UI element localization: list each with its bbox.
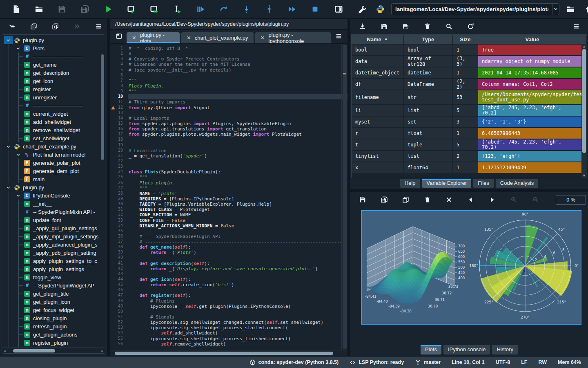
- scroll-up-arrow-icon[interactable]: ▲: [583, 45, 585, 48]
- outline-item-plot-final-terrain-model[interactable]: %Plot final terrain model: [4, 150, 99, 159]
- outline-item-toggle_view[interactable]: mtoggle_view: [4, 273, 99, 281]
- debug-file-button[interactable]: [194, 3, 207, 15]
- scroll-left-arrow-icon[interactable]: ◂: [4, 349, 6, 353]
- outline-item-chart_plot_example-py[interactable]: chart_plot_example.py: [4, 142, 99, 150]
- new-file-button[interactable]: [10, 3, 22, 15]
- chevron-down-icon[interactable]: [552, 4, 559, 15]
- variable-row-datetime_object[interactable]: datetime_objectdatetime12021-04-14 17:35…: [352, 67, 587, 78]
- dock-tab-plots[interactable]: Plots: [421, 345, 441, 355]
- outline-item-get_focus_widget[interactable]: mget_focus_widget: [4, 306, 99, 314]
- debug-stop-button[interactable]: [309, 3, 321, 15]
- close-tab-icon[interactable]: ✕: [261, 35, 265, 41]
- import-data-button[interactable]: [356, 20, 368, 33]
- remove-all-variables-button[interactable]: [421, 20, 433, 33]
- outline-item-register_plugin[interactable]: mregister_plugin: [4, 339, 99, 347]
- outline-item-unregister[interactable]: munregister: [4, 93, 99, 101]
- dock-tab-files[interactable]: Files: [473, 179, 493, 188]
- outline-item-add_shellwidget[interactable]: madd_shellwidget: [4, 118, 99, 126]
- parent-directory-button[interactable]: [581, 3, 588, 15]
- outline-item-generate_dem_plot[interactable]: Fgenerate_dem_plot: [4, 167, 99, 175]
- scrollbar-thumb[interactable]: [582, 49, 586, 153]
- editor-options-menu-button[interactable]: [332, 30, 345, 42]
- status-master[interactable]: master: [415, 359, 441, 366]
- remove-all-plots-button[interactable]: [443, 194, 455, 206]
- browse-working-directory-button[interactable]: [564, 3, 577, 15]
- outline-item-apply_plugin_settings[interactable]: mapply_plugin_settings: [4, 265, 99, 273]
- scroll-right-arrow-icon[interactable]: ▸: [101, 349, 103, 353]
- run-selection-button[interactable]: [171, 3, 183, 15]
- variable-row-bool[interactable]: boolbool1True: [352, 44, 587, 55]
- dock-tab-history[interactable]: History: [492, 345, 517, 355]
- run-cell-advance-button[interactable]: [148, 3, 160, 15]
- scrollbar-thumb[interactable]: [13, 349, 55, 352]
- run-file-button[interactable]: [102, 3, 114, 15]
- status-rw[interactable]: RW: [538, 359, 547, 365]
- chevron-expanded-icon[interactable]: [13, 150, 23, 159]
- outline-item-plugin-py[interactable]: plugin.py: [4, 183, 99, 191]
- run-cell-button[interactable]: [125, 3, 137, 15]
- outline-item-plugin-py[interactable]: plugin.py: [4, 36, 99, 44]
- outline-item-__init__[interactable]: m__init__: [4, 200, 99, 208]
- outline-item-get_description[interactable]: mget_description: [4, 69, 99, 77]
- chevron-expanded-icon[interactable]: [13, 44, 23, 52]
- next-plot-button[interactable]: [486, 194, 498, 206]
- save-data-button[interactable]: [378, 20, 390, 33]
- outline-item-closing_plugin[interactable]: mclosing_plugin: [4, 314, 99, 322]
- open-file-button[interactable]: [33, 3, 45, 15]
- close-tab-icon[interactable]: ✕: [187, 35, 191, 41]
- outline-vertical-scrollbar[interactable]: [100, 36, 105, 347]
- outline-item-ipythonconsole[interactable]: CIPythonConsole: [4, 191, 99, 200]
- copy-plot-button[interactable]: [399, 194, 412, 206]
- outline-item-set_shellwidget[interactable]: mset_shellwidget: [4, 134, 99, 142]
- variable-row-myset[interactable]: mysetset3{'2', '1', '3'}: [352, 116, 587, 127]
- outline-item-register[interactable]: mregister: [4, 85, 99, 93]
- outline-item-get_plugin_actions[interactable]: mget_plugin_actions: [4, 330, 99, 339]
- outline-item-get_name[interactable]: mget_name: [4, 61, 99, 69]
- maximize-pane-button[interactable]: [332, 3, 345, 15]
- outline-item--spyderpluginwidget-ap[interactable]: #-- SpyderPluginWidget AP: [4, 281, 99, 289]
- step-return-button[interactable]: [263, 3, 275, 15]
- variable-row-filename[interactable]: filenamestr53/Users/Documents/spyder/spy…: [352, 90, 587, 104]
- variable-row-li[interactable]: lilist5['abcd', 745, 2.23, 'efgh', 70.2]: [352, 104, 587, 116]
- expand-all-button[interactable]: [49, 20, 61, 33]
- outline-item-get_icon[interactable]: mget_icon: [4, 77, 99, 85]
- outline-item-_apply_gui_plugin_settings[interactable]: m_apply_gui_plugin_settings: [4, 224, 99, 232]
- outline-options-menu-button[interactable]: [92, 20, 105, 33]
- step-into-button[interactable]: [240, 3, 252, 15]
- column-header-value[interactable]: Value: [478, 35, 587, 44]
- variable-row-t[interactable]: ttuple5('abcd', 745, 2.23, 'efgh', 70.2): [352, 139, 587, 150]
- column-header-type[interactable]: Type: [404, 35, 453, 44]
- scroll-down-arrow-icon[interactable]: ▼: [583, 174, 585, 177]
- status-line-10-col-1[interactable]: Line 10, Col 1: [452, 359, 485, 365]
- preferences-button[interactable]: [356, 3, 368, 15]
- plot-figure[interactable]: 70065060055050045040036.7336.7236.7136.7…: [361, 210, 581, 325]
- outline-item-apply_plugin_settings_to_c[interactable]: mapply_plugin_settings_to_c: [4, 257, 99, 265]
- dock-tab-variable-explorer[interactable]: Variable Explorer: [422, 179, 472, 188]
- outline-item-main[interactable]: Fmain: [4, 175, 99, 183]
- collapse-all-button[interactable]: [27, 20, 40, 33]
- code-editor[interactable]: 1# -*- coding: utf-8 -*-2#3# Copyright ©…: [110, 43, 347, 350]
- editor-tab[interactable]: ✕chart_plot_example.py: [181, 32, 254, 43]
- outline-item--[interactable]: #----------------------------: [4, 101, 99, 110]
- save-all-plots-button[interactable]: [378, 194, 390, 206]
- status-lf[interactable]: LF: [521, 359, 527, 365]
- column-header-name[interactable]: Name: [352, 35, 404, 44]
- outline-item-refresh_plugin[interactable]: mrefresh_plugin: [4, 322, 99, 330]
- variable-row-tinylist[interactable]: tinylistlist2[123, 'efgh']: [352, 150, 587, 162]
- status-utf-8[interactable]: UTF-8: [496, 359, 510, 365]
- variable-row-data[interactable]: dataArray of str128(3, 3)ndarray object …: [352, 55, 587, 67]
- editor-tab[interactable]: ✕plugin.py - ipythonconsole: [255, 32, 331, 43]
- outline-horizontal-scrollbar[interactable]: ◂▸: [2, 348, 105, 353]
- outline-item-get_plugin_title[interactable]: mget_plugin_title: [4, 289, 99, 298]
- chevron-expanded-icon[interactable]: [4, 36, 13, 44]
- scrollbar-thumb[interactable]: [101, 54, 104, 160]
- save-plot-button[interactable]: [356, 194, 368, 206]
- refresh-variables-button[interactable]: [464, 20, 477, 33]
- scrollbar-thumb[interactable]: [115, 352, 334, 355]
- outline-item-_apply_advanced_plugin_s[interactable]: m_apply_advanced_plugin_s: [4, 240, 99, 249]
- debug-continue-button[interactable]: [286, 3, 298, 15]
- variable-row-x[interactable]: xfloat6411.1235123099439: [352, 162, 587, 173]
- editor-tab[interactable]: ✕plugin.py - plots: [127, 32, 180, 43]
- outline-item--spyderpluginmixin-api-[interactable]: #-- SpyderPluginMixin API -: [4, 208, 99, 216]
- outline-item-current_widget[interactable]: mcurrent_widget: [4, 110, 99, 118]
